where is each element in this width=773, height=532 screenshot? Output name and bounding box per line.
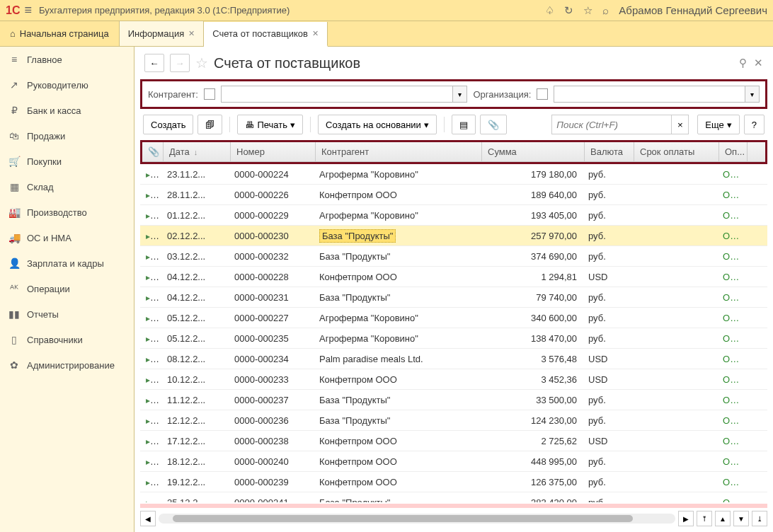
col-number[interactable]: Номер	[231, 142, 316, 161]
counterparty-label: Контрагент:	[148, 89, 198, 100]
row-payment: Оп...	[717, 453, 745, 470]
document-icon: ▸▫	[146, 334, 153, 344]
counterparty-checkbox[interactable]	[204, 88, 215, 100]
sidebar-item[interactable]: ₽Банк и касса	[0, 98, 134, 123]
org-checkbox[interactable]	[537, 88, 548, 100]
row-number: 0000-000234	[229, 351, 314, 367]
search-clear-button[interactable]: ×	[672, 115, 689, 134]
close-icon[interactable]: ✕	[312, 29, 319, 38]
col-payment[interactable]: Оп...	[719, 142, 748, 161]
table-row[interactable]: ▸▫ 10.12.2... 0000-000233 Конфетпром ООО…	[140, 369, 767, 390]
org-input[interactable]	[554, 86, 745, 103]
content-area: ← → ☆ Счета от поставщиков ⚲ ✕ Контраген…	[134, 47, 773, 532]
close-icon[interactable]: ✕	[754, 57, 763, 69]
sidebar-item[interactable]: 🛒Покупки	[0, 149, 134, 174]
row-due	[632, 253, 717, 259]
row-due	[632, 335, 717, 341]
sidebar-item[interactable]: ▯Справочники	[0, 327, 134, 352]
scroll-bottom-button[interactable]: ⤓	[752, 511, 767, 526]
favorite-icon[interactable]: ☆	[195, 54, 208, 71]
user-name[interactable]: Абрамов Геннадий Сергеевич	[619, 4, 767, 16]
tab-label: Счета от поставщиков	[212, 28, 308, 39]
nav-forward-button[interactable]: →	[170, 54, 190, 72]
row-sum: 1 294,81	[480, 269, 583, 285]
close-icon[interactable]: ✕	[188, 29, 195, 38]
row-payment: Оп...	[717, 248, 745, 265]
sidebar-item[interactable]: ✿Администрирование	[0, 352, 134, 378]
sidebar-item[interactable]: ≡Главное	[0, 47, 134, 72]
col-date[interactable]: Дата↓	[164, 142, 231, 161]
sidebar-item-label: Справочники	[27, 335, 83, 345]
sidebar-item-label: Отчеты	[27, 309, 59, 320]
table-row[interactable]: ▸▫ 23.11.2... 0000-000224 Агроферма "Кор…	[140, 164, 767, 185]
scroll-track[interactable]	[159, 514, 675, 524]
more-button[interactable]: Еще ▾	[697, 115, 739, 134]
create-based-button[interactable]: Создать на основании ▾	[318, 115, 437, 134]
sidebar-item[interactable]: 🏭Производство	[0, 200, 134, 225]
sidebar-item[interactable]: 🚚ОС и НМА	[0, 225, 134, 250]
table-row[interactable]: ▸▫ 28.11.2... 0000-000226 Конфетпром ООО…	[140, 185, 767, 205]
attach-button[interactable]: 📎	[480, 115, 507, 134]
row-payment: Оп...	[717, 330, 745, 347]
link-icon[interactable]: ⚲	[739, 57, 747, 69]
table-row[interactable]: ▸▫ 01.12.2... 0000-000229 Агроферма "Кор…	[140, 205, 767, 226]
tab-home[interactable]: ⌂ Начальная страница	[0, 21, 120, 46]
page-title: Счета от поставщиков	[214, 55, 733, 71]
scroll-thumb[interactable]	[173, 515, 633, 522]
tab-information[interactable]: Информация ✕	[120, 21, 205, 46]
print-button[interactable]: 🖶 Печать ▾	[237, 115, 303, 134]
home-icon: ⌂	[10, 28, 16, 39]
table-body[interactable]: ▸▫ 23.11.2... 0000-000224 Агроферма "Кор…	[140, 164, 767, 502]
scroll-up-button[interactable]: ▲	[715, 511, 731, 526]
org-dropdown[interactable]: ▾	[745, 86, 760, 103]
table-row[interactable]: ▸▫ 05.12.2... 0000-000227 Агроферма "Кор…	[140, 308, 767, 328]
search-icon[interactable]: ⌕	[602, 4, 609, 16]
table-row[interactable]: ▸▫ 04.12.2... 0000-000228 Конфетпром ООО…	[140, 267, 767, 287]
sidebar-item[interactable]: ▦Склад	[0, 174, 134, 200]
scroll-down-button[interactable]: ▼	[733, 511, 749, 526]
table-row[interactable]: ▸▫ 08.12.2... 0000-000234 Palm paradise …	[140, 349, 767, 369]
scroll-left-button[interactable]: ◀	[140, 511, 156, 526]
col-sum[interactable]: Сумма	[482, 142, 585, 161]
col-attachment[interactable]: 📎	[142, 142, 164, 161]
tab-invoices[interactable]: Счета от поставщиков ✕	[204, 22, 328, 47]
create-button[interactable]: Создать	[143, 115, 193, 134]
sidebar-item[interactable]: ↗Руководителю	[0, 72, 134, 98]
counterparty-dropdown[interactable]: ▾	[453, 86, 467, 103]
table-row[interactable]: ▸▫ 04.12.2... 0000-000231 База "Продукты…	[140, 287, 767, 308]
table-row[interactable]: ▸▫ 17.12.2... 0000-000238 Конфетпром ООО…	[140, 431, 767, 451]
col-due[interactable]: Срок оплаты	[634, 142, 719, 161]
table-row[interactable]: ▸▫ 25.12.2... 0000-000241 База "Продукты…	[140, 492, 767, 502]
table-row[interactable]: ▸▫ 05.12.2... 0000-000235 Агроферма "Кор…	[140, 328, 767, 349]
table-row[interactable]: ▸▫ 02.12.2... 0000-000230 База "Продукты…	[140, 226, 767, 246]
sidebar-item[interactable]: ▮▮Отчеты	[0, 301, 134, 327]
nav-back-button[interactable]: ←	[144, 54, 164, 72]
document-icon: ▸▫	[146, 436, 153, 446]
history-icon[interactable]: ↻	[564, 4, 573, 17]
horizontal-scroll: ◀ ▶ ⤒ ▲ ▼ ⤓	[140, 511, 767, 526]
table-row[interactable]: ▸▫ 11.12.2... 0000-000237 База "Продукты…	[140, 390, 767, 410]
register-button[interactable]: ▤	[452, 115, 476, 134]
copy-button[interactable]: 🗐	[197, 115, 222, 134]
app-title: Бухгалтерия предприятия, редакция 3.0 (1…	[39, 5, 545, 16]
col-currency[interactable]: Валюта	[585, 142, 634, 161]
row-due	[632, 294, 717, 300]
sidebar-item[interactable]: 👤Зарплата и кадры	[0, 250, 134, 276]
row-number: 0000-000235	[229, 330, 314, 347]
table-row[interactable]: ▸▫ 12.12.2... 0000-000236 База "Продукты…	[140, 410, 767, 431]
table-row[interactable]: ▸▫ 18.12.2... 0000-000240 Конфетпром ООО…	[140, 451, 767, 472]
table-row[interactable]: ▸▫ 19.12.2... 0000-000239 Конфетпром ООО…	[140, 472, 767, 492]
bell-icon[interactable]: ♤	[545, 4, 554, 17]
col-counterparty[interactable]: Контрагент	[316, 142, 482, 161]
search-input[interactable]	[551, 115, 672, 134]
document-icon: ▸▫	[146, 170, 153, 180]
scroll-top-button[interactable]: ⤒	[697, 511, 712, 526]
sidebar-item[interactable]: ᴬᴷОперации	[0, 276, 134, 301]
counterparty-input[interactable]	[221, 86, 454, 103]
scroll-right-button[interactable]: ▶	[678, 511, 694, 526]
main-menu-icon[interactable]: ≡	[24, 3, 32, 18]
star-icon[interactable]: ☆	[583, 4, 592, 17]
help-button[interactable]: ?	[744, 115, 765, 134]
table-row[interactable]: ▸▫ 03.12.2... 0000-000232 База "Продукты…	[140, 246, 767, 267]
sidebar-item[interactable]: 🛍Продажи	[0, 123, 134, 149]
